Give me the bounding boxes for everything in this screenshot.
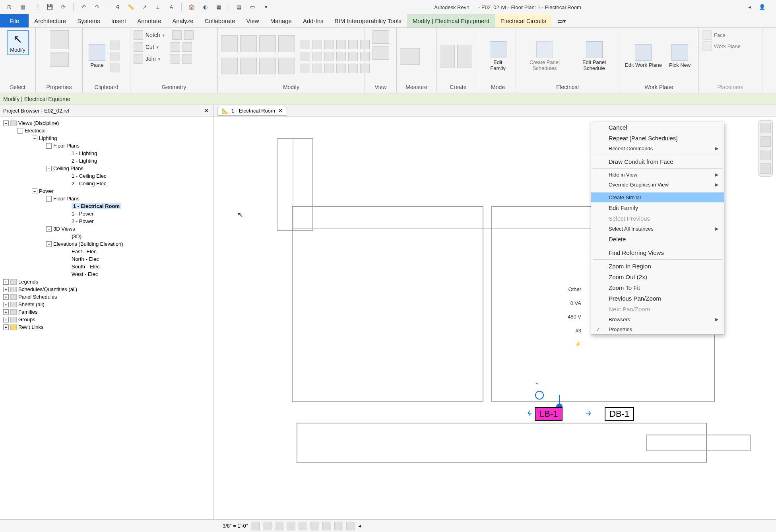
ctx-recent[interactable]: Recent Commands▶ — [591, 144, 724, 153]
tree-families[interactable]: +Families — [2, 308, 211, 316]
offset-icon[interactable] — [278, 35, 295, 52]
dim-icon[interactable]: ⟂ — [153, 2, 163, 12]
sb-scroll-left-icon[interactable]: ◂ — [358, 523, 361, 529]
notch-icon[interactable] — [134, 30, 143, 40]
scale-display[interactable]: 3/8" = 1'-0" — [223, 523, 248, 529]
undo-icon[interactable]: ↶ — [78, 2, 89, 12]
mod-sm-1[interactable] — [301, 40, 310, 49]
sb-temp-icon[interactable] — [334, 522, 343, 530]
edit-work-plane-button[interactable]: Edit Work Plane — [623, 43, 664, 70]
user-icon[interactable]: 👤 — [757, 2, 767, 12]
tab-addins[interactable]: Add-Ins — [297, 14, 329, 27]
ctx-select-all[interactable]: Select All Instances▶ — [591, 224, 724, 234]
panel-lb1-selected[interactable]: LB-1 — [535, 407, 563, 421]
mod-sm-4[interactable] — [336, 40, 346, 49]
tree-lighting-fp[interactable]: −Floor Plans — [2, 142, 211, 150]
geom-icon-4[interactable] — [182, 42, 192, 52]
revit-logo-icon[interactable]: R — [4, 2, 14, 12]
ctx-hide[interactable]: Hide in View▶ — [591, 170, 724, 180]
text-icon[interactable]: A — [166, 2, 177, 12]
qat-dropdown-icon[interactable]: ▾ — [261, 2, 271, 12]
redo-icon[interactable]: ↷ — [92, 2, 102, 12]
ctx-find-ref[interactable]: Find Referring Views — [591, 247, 724, 258]
mod-sm-11[interactable] — [348, 52, 358, 61]
tree-power[interactable]: −Power — [2, 187, 211, 195]
type-properties-icon[interactable] — [50, 52, 69, 67]
tree-views-root[interactable]: −Views (Discipline) — [2, 119, 211, 127]
ctx-edit-family[interactable]: Edit Family — [591, 202, 724, 213]
nav-zoom-icon[interactable] — [760, 163, 771, 174]
switch-icon[interactable]: ▭ — [247, 2, 258, 12]
3d-icon[interactable]: 🏠 — [186, 2, 197, 12]
mod-sm-14[interactable] — [312, 64, 322, 73]
project-browser-tree[interactable]: −Views (Discipline) −Electrical −Lightin… — [0, 117, 213, 519]
copy-icon[interactable] — [240, 35, 257, 52]
sb-visual-icon[interactable] — [263, 522, 272, 530]
tab-collaborate[interactable]: Collaborate — [199, 14, 241, 27]
geom-icon-3[interactable] — [171, 42, 180, 52]
mod-sm-9[interactable] — [324, 52, 334, 61]
tree-panel-schedules[interactable]: +Panel Schedules — [2, 293, 211, 301]
tree-power-fp[interactable]: −Floor Plans — [2, 195, 211, 202]
mod-sm-8[interactable] — [312, 52, 322, 61]
tree-legends[interactable]: +Legends — [2, 278, 211, 285]
close-tab-icon[interactable]: ✕ — [278, 108, 283, 114]
tree-ceiling-plans[interactable]: −Ceiling Plans — [2, 165, 211, 172]
thin-lines-icon[interactable]: ▦ — [213, 2, 224, 12]
tree-west[interactable]: West - Elec — [2, 270, 211, 278]
tree-north[interactable]: North - Elec — [2, 255, 211, 263]
modify-tool-button[interactable]: ↖ Modify — [7, 30, 29, 55]
sb-detail-icon[interactable] — [251, 522, 260, 530]
align-icon[interactable]: ↗ — [139, 2, 149, 12]
document-tab[interactable]: 📐 1 - Electrical Room ✕ — [217, 106, 287, 116]
cut-clipboard-icon[interactable] — [111, 41, 120, 50]
save-icon[interactable]: 💾 — [45, 2, 55, 12]
ctx-repeat[interactable]: Repeat [Panel Schedules] — [591, 133, 724, 144]
measure-icon[interactable]: 📏 — [126, 2, 136, 12]
close-icon[interactable]: ✕ — [203, 107, 210, 115]
tab-manage[interactable]: Manage — [265, 14, 297, 27]
sb-reveal-icon[interactable] — [346, 522, 355, 530]
geom-icon-1[interactable] — [172, 30, 182, 40]
new-icon[interactable]: 📄 — [31, 2, 41, 12]
close-hidden-icon[interactable]: ▤ — [234, 2, 244, 12]
tab-architecture[interactable]: Architecture — [29, 14, 72, 27]
mod-sm-10[interactable] — [336, 52, 346, 61]
create-icon-1[interactable] — [440, 45, 455, 68]
create-panel-schedules-button[interactable]: Create Panel Schedules — [519, 40, 570, 73]
file-tab[interactable]: File — [0, 14, 29, 27]
tab-modify-electrical[interactable]: Modify | Electrical Equipment — [407, 14, 495, 27]
open-icon[interactable]: ▥ — [17, 2, 28, 12]
nav-full-icon[interactable] — [760, 123, 771, 133]
geom-icon-6[interactable] — [182, 54, 192, 64]
measure-icon-rb[interactable] — [400, 48, 420, 65]
sb-crop-icon[interactable] — [299, 522, 307, 530]
mod-sm-5[interactable] — [348, 40, 358, 49]
print-icon[interactable]: 🖨 — [112, 2, 122, 12]
mod-sm-3[interactable] — [324, 40, 334, 49]
mod-sm-13[interactable] — [301, 64, 310, 73]
tree-electrical-room[interactable]: 1 - Electrical Room — [2, 202, 211, 210]
tree-lighting[interactable]: −Lighting — [2, 134, 211, 142]
pick-new-button[interactable]: Pick New — [667, 43, 693, 70]
tree-schedules[interactable]: +Schedules/Quantities (all) — [2, 285, 211, 293]
ctx-override[interactable]: Override Graphics in View▶ — [591, 180, 724, 190]
create-icon-2[interactable] — [457, 45, 472, 68]
tab-analyze[interactable]: Analyze — [167, 14, 199, 27]
geom-icon-2[interactable] — [184, 30, 194, 40]
mod-sm-7[interactable] — [301, 52, 310, 61]
panel-db1[interactable]: DB-1 — [605, 407, 634, 421]
copy-clipboard-icon[interactable] — [111, 52, 120, 61]
trim-icon[interactable] — [259, 58, 276, 74]
ctx-create-similar[interactable]: Create Similar — [591, 192, 724, 202]
tab-appearance-dropdown[interactable]: ▭▾ — [552, 14, 572, 27]
mirror-icon[interactable] — [221, 58, 238, 74]
tab-bim[interactable]: BIM Interoperability Tools — [329, 14, 407, 27]
ctx-zoom-in[interactable]: Zoom In Region — [591, 261, 724, 272]
view-icon-1[interactable] — [372, 30, 389, 44]
move-icon[interactable] — [221, 35, 238, 52]
ctx-prev-pan[interactable]: Previous Pan/Zoom — [591, 293, 724, 304]
paste-button[interactable]: Paste — [86, 43, 108, 70]
tree-electrical[interactable]: −Electrical — [2, 127, 211, 134]
drawing-canvas[interactable]: ⌁ Other 0 VA 480 V #3 ⚡ LB-1 DB-1 — [213, 117, 776, 519]
